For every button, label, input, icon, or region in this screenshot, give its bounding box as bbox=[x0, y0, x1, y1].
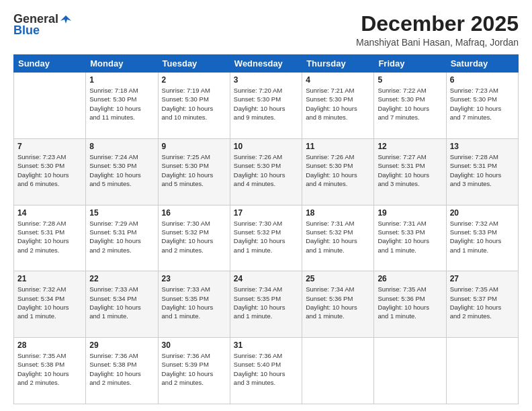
day-info: Sunrise: 7:18 AMSunset: 5:30 PMDaylight:… bbox=[89, 86, 154, 122]
table-cell: 23Sunrise: 7:33 AMSunset: 5:35 PMDayligh… bbox=[158, 271, 230, 338]
table-cell: 16Sunrise: 7:30 AMSunset: 5:32 PMDayligh… bbox=[158, 205, 230, 271]
location: Manshiyat Bani Hasan, Mafraq, Jordan bbox=[356, 37, 519, 48]
calendar-header-row: Sunday Monday Tuesday Wednesday Thursday… bbox=[14, 55, 519, 73]
table-cell: 25Sunrise: 7:34 AMSunset: 5:36 PMDayligh… bbox=[302, 271, 374, 338]
day-number: 8 bbox=[89, 142, 154, 151]
day-number: 9 bbox=[162, 142, 226, 151]
day-number: 19 bbox=[378, 208, 442, 218]
calendar-week-row: 28Sunrise: 7:35 AMSunset: 5:38 PMDayligh… bbox=[14, 338, 519, 404]
table-cell: 27Sunrise: 7:35 AMSunset: 5:37 PMDayligh… bbox=[446, 271, 518, 338]
calendar-week-row: 1Sunrise: 7:18 AMSunset: 5:30 PMDaylight… bbox=[14, 73, 519, 139]
table-cell: 13Sunrise: 7:28 AMSunset: 5:31 PMDayligh… bbox=[446, 138, 518, 205]
table-cell: 30Sunrise: 7:36 AMSunset: 5:39 PMDayligh… bbox=[158, 338, 230, 404]
day-number: 16 bbox=[162, 208, 226, 218]
calendar-week-row: 14Sunrise: 7:28 AMSunset: 5:31 PMDayligh… bbox=[14, 205, 519, 271]
table-cell: 4Sunrise: 7:21 AMSunset: 5:30 PMDaylight… bbox=[302, 73, 374, 139]
table-cell: 18Sunrise: 7:31 AMSunset: 5:32 PMDayligh… bbox=[302, 205, 374, 271]
day-info: Sunrise: 7:30 AMSunset: 5:32 PMDaylight:… bbox=[162, 219, 226, 255]
table-cell: 1Sunrise: 7:18 AMSunset: 5:30 PMDaylight… bbox=[86, 73, 158, 139]
header: General Blue December 2025 Manshiyat Ban… bbox=[13, 12, 519, 48]
table-cell: 26Sunrise: 7:35 AMSunset: 5:36 PMDayligh… bbox=[374, 271, 446, 338]
col-monday: Monday bbox=[86, 55, 158, 73]
table-cell: 7Sunrise: 7:23 AMSunset: 5:30 PMDaylight… bbox=[14, 138, 86, 205]
day-info: Sunrise: 7:34 AMSunset: 5:35 PMDaylight:… bbox=[234, 285, 298, 320]
table-cell bbox=[302, 338, 374, 404]
table-cell: 24Sunrise: 7:34 AMSunset: 5:35 PMDayligh… bbox=[230, 271, 302, 338]
day-number: 4 bbox=[306, 75, 370, 85]
day-info: Sunrise: 7:24 AMSunset: 5:30 PMDaylight:… bbox=[89, 152, 154, 188]
table-cell: 15Sunrise: 7:29 AMSunset: 5:31 PMDayligh… bbox=[86, 205, 158, 271]
logo-bird-icon bbox=[60, 14, 71, 25]
day-number: 26 bbox=[378, 274, 442, 283]
day-info: Sunrise: 7:28 AMSunset: 5:31 PMDaylight:… bbox=[17, 219, 82, 255]
day-info: Sunrise: 7:19 AMSunset: 5:30 PMDaylight:… bbox=[162, 86, 226, 122]
logo-blue-text: Blue bbox=[13, 24, 40, 38]
day-info: Sunrise: 7:22 AMSunset: 5:30 PMDaylight:… bbox=[378, 86, 442, 122]
logo: General Blue bbox=[13, 12, 71, 38]
calendar-week-row: 21Sunrise: 7:32 AMSunset: 5:34 PMDayligh… bbox=[14, 271, 519, 338]
day-info: Sunrise: 7:23 AMSunset: 5:30 PMDaylight:… bbox=[17, 152, 82, 188]
day-number: 20 bbox=[450, 208, 515, 218]
day-number: 7 bbox=[17, 142, 82, 151]
day-info: Sunrise: 7:20 AMSunset: 5:30 PMDaylight:… bbox=[234, 86, 298, 122]
table-cell: 20Sunrise: 7:32 AMSunset: 5:33 PMDayligh… bbox=[446, 205, 518, 271]
day-number: 31 bbox=[234, 340, 298, 350]
day-number: 30 bbox=[162, 340, 226, 350]
day-info: Sunrise: 7:31 AMSunset: 5:33 PMDaylight:… bbox=[378, 219, 442, 255]
day-info: Sunrise: 7:21 AMSunset: 5:30 PMDaylight:… bbox=[306, 86, 370, 122]
day-info: Sunrise: 7:34 AMSunset: 5:36 PMDaylight:… bbox=[306, 285, 370, 320]
col-friday: Friday bbox=[374, 55, 446, 73]
day-info: Sunrise: 7:33 AMSunset: 5:34 PMDaylight:… bbox=[89, 285, 154, 320]
title-section: December 2025 Manshiyat Bani Hasan, Mafr… bbox=[356, 12, 519, 48]
day-number: 24 bbox=[234, 274, 298, 283]
day-number: 5 bbox=[378, 75, 442, 85]
col-wednesday: Wednesday bbox=[230, 55, 302, 73]
table-cell bbox=[446, 338, 518, 404]
page: General Blue December 2025 Manshiyat Ban… bbox=[0, 0, 532, 411]
day-info: Sunrise: 7:35 AMSunset: 5:37 PMDaylight:… bbox=[450, 285, 515, 320]
day-info: Sunrise: 7:31 AMSunset: 5:32 PMDaylight:… bbox=[306, 219, 370, 255]
day-info: Sunrise: 7:25 AMSunset: 5:30 PMDaylight:… bbox=[162, 152, 226, 188]
day-number: 10 bbox=[234, 142, 298, 151]
day-number: 2 bbox=[162, 75, 226, 85]
table-cell: 9Sunrise: 7:25 AMSunset: 5:30 PMDaylight… bbox=[158, 138, 230, 205]
day-info: Sunrise: 7:33 AMSunset: 5:35 PMDaylight:… bbox=[162, 285, 226, 320]
table-cell: 19Sunrise: 7:31 AMSunset: 5:33 PMDayligh… bbox=[374, 205, 446, 271]
day-info: Sunrise: 7:28 AMSunset: 5:31 PMDaylight:… bbox=[450, 152, 515, 188]
table-cell: 5Sunrise: 7:22 AMSunset: 5:30 PMDaylight… bbox=[374, 73, 446, 139]
svg-marker-0 bbox=[60, 15, 71, 24]
table-cell: 28Sunrise: 7:35 AMSunset: 5:38 PMDayligh… bbox=[14, 338, 86, 404]
day-info: Sunrise: 7:35 AMSunset: 5:36 PMDaylight:… bbox=[378, 285, 442, 320]
table-cell bbox=[374, 338, 446, 404]
day-number: 6 bbox=[450, 75, 515, 85]
day-number: 23 bbox=[162, 274, 226, 283]
table-cell: 14Sunrise: 7:28 AMSunset: 5:31 PMDayligh… bbox=[14, 205, 86, 271]
table-cell: 6Sunrise: 7:23 AMSunset: 5:30 PMDaylight… bbox=[446, 73, 518, 139]
day-info: Sunrise: 7:23 AMSunset: 5:30 PMDaylight:… bbox=[450, 86, 515, 122]
day-number: 11 bbox=[306, 142, 370, 151]
day-number: 25 bbox=[306, 274, 370, 283]
col-thursday: Thursday bbox=[302, 55, 374, 73]
col-tuesday: Tuesday bbox=[158, 55, 230, 73]
day-info: Sunrise: 7:30 AMSunset: 5:32 PMDaylight:… bbox=[234, 219, 298, 255]
table-cell bbox=[14, 73, 86, 139]
day-info: Sunrise: 7:29 AMSunset: 5:31 PMDaylight:… bbox=[89, 219, 154, 255]
day-number: 1 bbox=[89, 75, 154, 85]
day-number: 12 bbox=[378, 142, 442, 151]
day-number: 3 bbox=[234, 75, 298, 85]
col-saturday: Saturday bbox=[446, 55, 518, 73]
day-number: 14 bbox=[17, 208, 82, 218]
day-info: Sunrise: 7:27 AMSunset: 5:31 PMDaylight:… bbox=[378, 152, 442, 188]
table-cell: 17Sunrise: 7:30 AMSunset: 5:32 PMDayligh… bbox=[230, 205, 302, 271]
table-cell: 12Sunrise: 7:27 AMSunset: 5:31 PMDayligh… bbox=[374, 138, 446, 205]
table-cell: 29Sunrise: 7:36 AMSunset: 5:38 PMDayligh… bbox=[86, 338, 158, 404]
table-cell: 3Sunrise: 7:20 AMSunset: 5:30 PMDaylight… bbox=[230, 73, 302, 139]
calendar-table: Sunday Monday Tuesday Wednesday Thursday… bbox=[13, 54, 519, 404]
table-cell: 11Sunrise: 7:26 AMSunset: 5:30 PMDayligh… bbox=[302, 138, 374, 205]
day-number: 28 bbox=[17, 340, 82, 350]
day-number: 17 bbox=[234, 208, 298, 218]
table-cell: 21Sunrise: 7:32 AMSunset: 5:34 PMDayligh… bbox=[14, 271, 86, 338]
day-info: Sunrise: 7:35 AMSunset: 5:38 PMDaylight:… bbox=[17, 351, 82, 387]
day-info: Sunrise: 7:36 AMSunset: 5:38 PMDaylight:… bbox=[89, 351, 154, 387]
day-number: 18 bbox=[306, 208, 370, 218]
